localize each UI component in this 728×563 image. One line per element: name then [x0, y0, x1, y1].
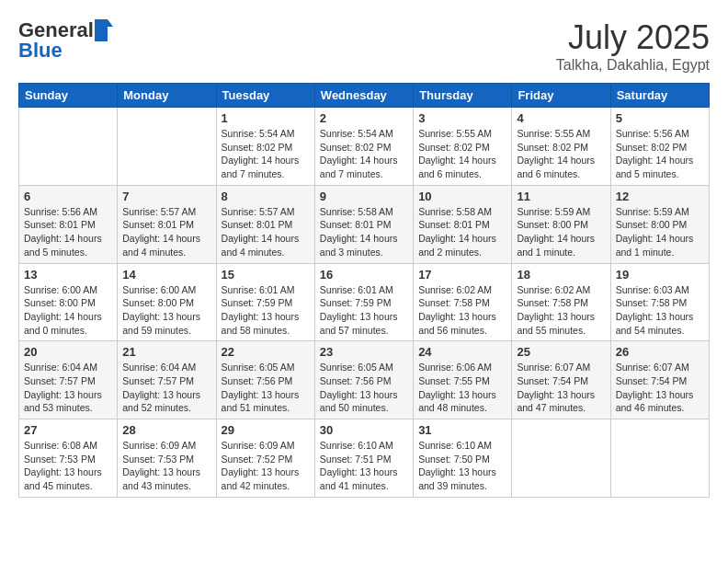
day-info: Sunrise: 6:07 AM Sunset: 7:54 PM Dayligh… [517, 361, 605, 415]
day-info: Sunrise: 6:00 AM Sunset: 8:00 PM Dayligh… [24, 283, 112, 338]
calendar-cell: 11Sunrise: 5:59 AM Sunset: 8:00 PM Dayli… [512, 185, 610, 263]
day-info: Sunrise: 5:56 AM Sunset: 8:02 PM Dayligh… [616, 127, 704, 181]
calendar-cell: 27Sunrise: 6:08 AM Sunset: 7:53 PM Dayli… [19, 419, 118, 498]
day-number: 28 [122, 423, 210, 437]
weekday-header-tuesday: Tuesday [216, 84, 314, 108]
day-info: Sunrise: 5:59 AM Sunset: 8:00 PM Dayligh… [616, 205, 704, 259]
calendar-week-row: 6Sunrise: 5:56 AM Sunset: 8:01 PM Daylig… [19, 185, 710, 263]
weekday-header-monday: Monday [118, 84, 216, 108]
day-info: Sunrise: 6:02 AM Sunset: 7:58 PM Dayligh… [418, 283, 506, 338]
day-info: Sunrise: 5:59 AM Sunset: 8:00 PM Dayligh… [517, 205, 605, 259]
calendar-cell [610, 419, 709, 498]
day-number: 11 [517, 190, 605, 203]
day-number: 5 [616, 111, 704, 125]
calendar-cell: 2Sunrise: 5:54 AM Sunset: 8:02 PM Daylig… [314, 108, 413, 186]
calendar-cell: 23Sunrise: 6:05 AM Sunset: 7:56 PM Dayli… [314, 341, 413, 419]
day-info: Sunrise: 5:54 AM Sunset: 8:02 PM Dayligh… [320, 127, 408, 181]
day-number: 18 [517, 268, 605, 282]
weekday-header-wednesday: Wednesday [314, 84, 413, 108]
calendar-cell: 28Sunrise: 6:09 AM Sunset: 7:53 PM Dayli… [118, 419, 216, 498]
calendar-cell: 25Sunrise: 6:07 AM Sunset: 7:54 PM Dayli… [512, 341, 610, 419]
calendar-cell: 8Sunrise: 5:57 AM Sunset: 8:01 PM Daylig… [216, 185, 314, 263]
day-number: 26 [616, 345, 704, 359]
day-number: 25 [517, 345, 605, 359]
day-number: 19 [616, 268, 704, 282]
day-number: 30 [320, 423, 408, 437]
day-number: 21 [122, 345, 210, 359]
calendar-cell: 12Sunrise: 5:59 AM Sunset: 8:00 PM Dayli… [610, 185, 709, 263]
calendar-cell: 1Sunrise: 5:54 AM Sunset: 8:02 PM Daylig… [216, 108, 314, 186]
calendar-cell: 31Sunrise: 6:10 AM Sunset: 7:50 PM Dayli… [414, 419, 512, 498]
day-number: 31 [418, 423, 506, 437]
day-info: Sunrise: 5:57 AM Sunset: 8:01 PM Dayligh… [122, 205, 210, 259]
weekday-header-thursday: Thursday [414, 84, 512, 108]
day-number: 27 [24, 423, 112, 437]
day-info: Sunrise: 6:03 AM Sunset: 7:58 PM Dayligh… [616, 283, 704, 338]
day-info: Sunrise: 5:58 AM Sunset: 8:01 PM Dayligh… [418, 205, 506, 259]
day-info: Sunrise: 6:07 AM Sunset: 7:54 PM Dayligh… [616, 361, 704, 415]
day-number: 22 [222, 345, 310, 359]
day-info: Sunrise: 6:05 AM Sunset: 7:56 PM Dayligh… [320, 361, 408, 415]
calendar-cell: 13Sunrise: 6:00 AM Sunset: 8:00 PM Dayli… [19, 263, 118, 341]
day-number: 17 [418, 268, 506, 282]
day-info: Sunrise: 6:09 AM Sunset: 7:52 PM Dayligh… [222, 439, 310, 493]
day-number: 2 [320, 111, 408, 125]
calendar-cell: 22Sunrise: 6:05 AM Sunset: 7:56 PM Dayli… [216, 341, 314, 419]
calendar-cell: 18Sunrise: 6:02 AM Sunset: 7:58 PM Dayli… [512, 263, 610, 341]
weekday-header-row: SundayMondayTuesdayWednesdayThursdayFrid… [19, 84, 710, 108]
calendar-cell: 3Sunrise: 5:55 AM Sunset: 8:02 PM Daylig… [414, 108, 512, 186]
day-number: 6 [24, 190, 112, 203]
day-number: 14 [122, 268, 210, 282]
day-info: Sunrise: 6:06 AM Sunset: 7:55 PM Dayligh… [418, 361, 506, 415]
calendar-week-row: 27Sunrise: 6:08 AM Sunset: 7:53 PM Dayli… [19, 419, 710, 498]
day-info: Sunrise: 6:05 AM Sunset: 7:56 PM Dayligh… [222, 361, 310, 415]
day-number: 15 [222, 268, 310, 282]
day-info: Sunrise: 5:54 AM Sunset: 8:02 PM Dayligh… [222, 127, 310, 181]
location-title: Talkha, Dakahlia, Egypt [556, 57, 710, 74]
day-info: Sunrise: 6:02 AM Sunset: 7:58 PM Dayligh… [517, 283, 605, 338]
day-number: 29 [222, 423, 310, 437]
day-info: Sunrise: 6:09 AM Sunset: 7:53 PM Dayligh… [122, 439, 210, 493]
day-info: Sunrise: 5:55 AM Sunset: 8:02 PM Dayligh… [517, 127, 605, 181]
calendar-cell: 17Sunrise: 6:02 AM Sunset: 7:58 PM Dayli… [414, 263, 512, 341]
svg-marker-0 [95, 19, 113, 41]
calendar-cell: 10Sunrise: 5:58 AM Sunset: 8:01 PM Dayli… [414, 185, 512, 263]
calendar-cell: 7Sunrise: 5:57 AM Sunset: 8:01 PM Daylig… [118, 185, 216, 263]
day-info: Sunrise: 6:01 AM Sunset: 7:59 PM Dayligh… [222, 283, 310, 338]
calendar-week-row: 20Sunrise: 6:04 AM Sunset: 7:57 PM Dayli… [19, 341, 710, 419]
day-info: Sunrise: 6:08 AM Sunset: 7:53 PM Dayligh… [24, 439, 112, 493]
month-title: July 2025 [556, 18, 710, 57]
calendar-cell: 16Sunrise: 6:01 AM Sunset: 7:59 PM Dayli… [314, 263, 413, 341]
calendar-cell: 20Sunrise: 6:04 AM Sunset: 7:57 PM Dayli… [19, 341, 118, 419]
calendar-cell: 14Sunrise: 6:00 AM Sunset: 8:00 PM Dayli… [118, 263, 216, 341]
calendar-cell: 26Sunrise: 6:07 AM Sunset: 7:54 PM Dayli… [610, 341, 709, 419]
day-info: Sunrise: 6:10 AM Sunset: 7:51 PM Dayligh… [320, 439, 408, 493]
calendar-cell [512, 419, 610, 498]
day-info: Sunrise: 6:10 AM Sunset: 7:50 PM Dayligh… [418, 439, 506, 493]
logo: General Blue [18, 18, 113, 63]
day-number: 16 [320, 268, 408, 282]
day-info: Sunrise: 5:58 AM Sunset: 8:01 PM Dayligh… [320, 205, 408, 259]
day-number: 13 [24, 268, 112, 282]
day-number: 20 [24, 345, 112, 359]
calendar-week-row: 1Sunrise: 5:54 AM Sunset: 8:02 PM Daylig… [19, 108, 710, 186]
calendar-cell: 24Sunrise: 6:06 AM Sunset: 7:55 PM Dayli… [414, 341, 512, 419]
calendar-table: SundayMondayTuesdayWednesdayThursdayFrid… [18, 83, 710, 498]
day-info: Sunrise: 6:04 AM Sunset: 7:57 PM Dayligh… [24, 361, 112, 415]
page-header: General Blue July 2025 Talkha, Dakahlia,… [18, 18, 710, 74]
day-number: 10 [418, 190, 506, 203]
day-number: 24 [418, 345, 506, 359]
day-number: 1 [222, 111, 310, 125]
calendar-cell: 15Sunrise: 6:01 AM Sunset: 7:59 PM Dayli… [216, 263, 314, 341]
day-number: 23 [320, 345, 408, 359]
calendar-cell: 21Sunrise: 6:04 AM Sunset: 7:57 PM Dayli… [118, 341, 216, 419]
calendar-cell [118, 108, 216, 186]
day-info: Sunrise: 5:57 AM Sunset: 8:01 PM Dayligh… [222, 205, 310, 259]
calendar-cell: 5Sunrise: 5:56 AM Sunset: 8:02 PM Daylig… [610, 108, 709, 186]
weekday-header-friday: Friday [512, 84, 610, 108]
calendar-cell: 9Sunrise: 5:58 AM Sunset: 8:01 PM Daylig… [314, 185, 413, 263]
calendar-cell: 19Sunrise: 6:03 AM Sunset: 7:58 PM Dayli… [610, 263, 709, 341]
day-number: 7 [122, 190, 210, 203]
day-number: 12 [616, 190, 704, 203]
day-info: Sunrise: 6:01 AM Sunset: 7:59 PM Dayligh… [320, 283, 408, 338]
